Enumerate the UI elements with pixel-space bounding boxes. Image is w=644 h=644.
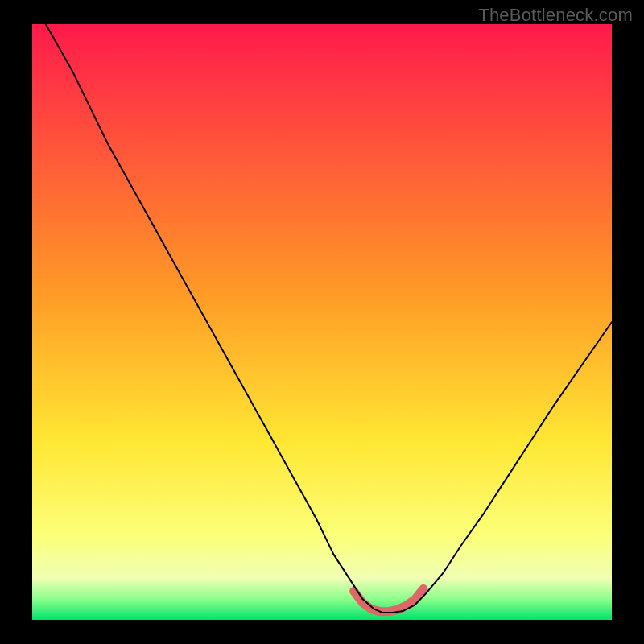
chart-stage: TheBottleneck.com: [0, 0, 644, 644]
chart-svg: [0, 0, 644, 644]
